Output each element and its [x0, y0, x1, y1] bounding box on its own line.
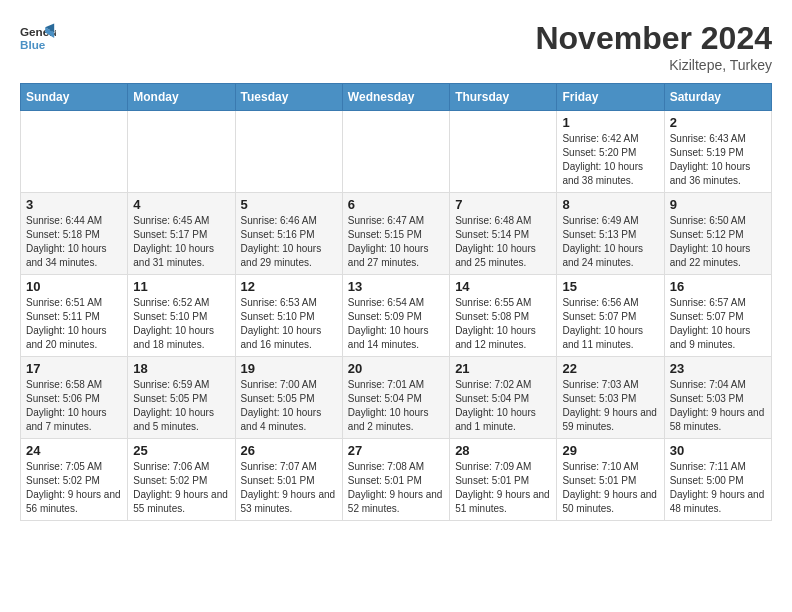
calendar-cell: [342, 111, 449, 193]
day-info: Sunrise: 7:04 AM Sunset: 5:03 PM Dayligh…: [670, 378, 766, 434]
day-info: Sunrise: 6:44 AM Sunset: 5:18 PM Dayligh…: [26, 214, 122, 270]
day-info: Sunrise: 6:43 AM Sunset: 5:19 PM Dayligh…: [670, 132, 766, 188]
calendar-cell: 2Sunrise: 6:43 AM Sunset: 5:19 PM Daylig…: [664, 111, 771, 193]
day-info: Sunrise: 6:47 AM Sunset: 5:15 PM Dayligh…: [348, 214, 444, 270]
day-info: Sunrise: 7:11 AM Sunset: 5:00 PM Dayligh…: [670, 460, 766, 516]
calendar-cell: 3Sunrise: 6:44 AM Sunset: 5:18 PM Daylig…: [21, 193, 128, 275]
day-info: Sunrise: 7:09 AM Sunset: 5:01 PM Dayligh…: [455, 460, 551, 516]
calendar-cell: 1Sunrise: 6:42 AM Sunset: 5:20 PM Daylig…: [557, 111, 664, 193]
day-number: 16: [670, 279, 766, 294]
day-header-thursday: Thursday: [450, 84, 557, 111]
calendar-cell: [128, 111, 235, 193]
calendar-cell: 7Sunrise: 6:48 AM Sunset: 5:14 PM Daylig…: [450, 193, 557, 275]
day-info: Sunrise: 6:51 AM Sunset: 5:11 PM Dayligh…: [26, 296, 122, 352]
day-info: Sunrise: 6:58 AM Sunset: 5:06 PM Dayligh…: [26, 378, 122, 434]
day-info: Sunrise: 6:56 AM Sunset: 5:07 PM Dayligh…: [562, 296, 658, 352]
month-title: November 2024: [535, 20, 772, 57]
calendar-cell: 4Sunrise: 6:45 AM Sunset: 5:17 PM Daylig…: [128, 193, 235, 275]
day-number: 21: [455, 361, 551, 376]
day-info: Sunrise: 6:57 AM Sunset: 5:07 PM Dayligh…: [670, 296, 766, 352]
calendar-cell: 24Sunrise: 7:05 AM Sunset: 5:02 PM Dayli…: [21, 439, 128, 521]
day-info: Sunrise: 7:00 AM Sunset: 5:05 PM Dayligh…: [241, 378, 337, 434]
day-number: 25: [133, 443, 229, 458]
day-info: Sunrise: 6:46 AM Sunset: 5:16 PM Dayligh…: [241, 214, 337, 270]
day-number: 10: [26, 279, 122, 294]
title-block: November 2024 Kiziltepe, Turkey: [535, 20, 772, 73]
calendar-cell: [235, 111, 342, 193]
logo: General Blue: [20, 20, 56, 56]
day-number: 18: [133, 361, 229, 376]
logo-icon: General Blue: [20, 20, 56, 56]
day-number: 24: [26, 443, 122, 458]
calendar-cell: 20Sunrise: 7:01 AM Sunset: 5:04 PM Dayli…: [342, 357, 449, 439]
day-number: 26: [241, 443, 337, 458]
day-number: 5: [241, 197, 337, 212]
calendar-cell: 11Sunrise: 6:52 AM Sunset: 5:10 PM Dayli…: [128, 275, 235, 357]
calendar-cell: 16Sunrise: 6:57 AM Sunset: 5:07 PM Dayli…: [664, 275, 771, 357]
calendar-cell: 28Sunrise: 7:09 AM Sunset: 5:01 PM Dayli…: [450, 439, 557, 521]
page-header: General Blue November 2024 Kiziltepe, Tu…: [20, 20, 772, 73]
day-info: Sunrise: 7:06 AM Sunset: 5:02 PM Dayligh…: [133, 460, 229, 516]
calendar-cell: 15Sunrise: 6:56 AM Sunset: 5:07 PM Dayli…: [557, 275, 664, 357]
day-info: Sunrise: 7:02 AM Sunset: 5:04 PM Dayligh…: [455, 378, 551, 434]
calendar-cell: 13Sunrise: 6:54 AM Sunset: 5:09 PM Dayli…: [342, 275, 449, 357]
day-number: 7: [455, 197, 551, 212]
calendar-cell: 19Sunrise: 7:00 AM Sunset: 5:05 PM Dayli…: [235, 357, 342, 439]
calendar-cell: [450, 111, 557, 193]
day-info: Sunrise: 6:53 AM Sunset: 5:10 PM Dayligh…: [241, 296, 337, 352]
calendar-cell: 14Sunrise: 6:55 AM Sunset: 5:08 PM Dayli…: [450, 275, 557, 357]
day-header-saturday: Saturday: [664, 84, 771, 111]
day-info: Sunrise: 6:50 AM Sunset: 5:12 PM Dayligh…: [670, 214, 766, 270]
day-info: Sunrise: 6:52 AM Sunset: 5:10 PM Dayligh…: [133, 296, 229, 352]
day-info: Sunrise: 6:54 AM Sunset: 5:09 PM Dayligh…: [348, 296, 444, 352]
calendar-cell: 29Sunrise: 7:10 AM Sunset: 5:01 PM Dayli…: [557, 439, 664, 521]
day-header-wednesday: Wednesday: [342, 84, 449, 111]
calendar-cell: 23Sunrise: 7:04 AM Sunset: 5:03 PM Dayli…: [664, 357, 771, 439]
day-info: Sunrise: 7:07 AM Sunset: 5:01 PM Dayligh…: [241, 460, 337, 516]
day-number: 28: [455, 443, 551, 458]
calendar-cell: 10Sunrise: 6:51 AM Sunset: 5:11 PM Dayli…: [21, 275, 128, 357]
calendar-cell: 8Sunrise: 6:49 AM Sunset: 5:13 PM Daylig…: [557, 193, 664, 275]
calendar-cell: [21, 111, 128, 193]
day-number: 13: [348, 279, 444, 294]
calendar-cell: 21Sunrise: 7:02 AM Sunset: 5:04 PM Dayli…: [450, 357, 557, 439]
calendar-week-2: 3Sunrise: 6:44 AM Sunset: 5:18 PM Daylig…: [21, 193, 772, 275]
day-info: Sunrise: 6:42 AM Sunset: 5:20 PM Dayligh…: [562, 132, 658, 188]
calendar-cell: 6Sunrise: 6:47 AM Sunset: 5:15 PM Daylig…: [342, 193, 449, 275]
day-number: 14: [455, 279, 551, 294]
calendar-cell: 9Sunrise: 6:50 AM Sunset: 5:12 PM Daylig…: [664, 193, 771, 275]
day-number: 15: [562, 279, 658, 294]
day-info: Sunrise: 7:05 AM Sunset: 5:02 PM Dayligh…: [26, 460, 122, 516]
calendar-week-4: 17Sunrise: 6:58 AM Sunset: 5:06 PM Dayli…: [21, 357, 772, 439]
day-number: 3: [26, 197, 122, 212]
day-info: Sunrise: 7:03 AM Sunset: 5:03 PM Dayligh…: [562, 378, 658, 434]
day-number: 19: [241, 361, 337, 376]
day-info: Sunrise: 6:55 AM Sunset: 5:08 PM Dayligh…: [455, 296, 551, 352]
day-number: 30: [670, 443, 766, 458]
calendar-cell: 17Sunrise: 6:58 AM Sunset: 5:06 PM Dayli…: [21, 357, 128, 439]
day-header-friday: Friday: [557, 84, 664, 111]
day-number: 23: [670, 361, 766, 376]
day-number: 12: [241, 279, 337, 294]
day-info: Sunrise: 7:10 AM Sunset: 5:01 PM Dayligh…: [562, 460, 658, 516]
day-info: Sunrise: 6:49 AM Sunset: 5:13 PM Dayligh…: [562, 214, 658, 270]
calendar-cell: 18Sunrise: 6:59 AM Sunset: 5:05 PM Dayli…: [128, 357, 235, 439]
calendar-header-row: SundayMondayTuesdayWednesdayThursdayFrid…: [21, 84, 772, 111]
day-number: 11: [133, 279, 229, 294]
day-number: 29: [562, 443, 658, 458]
day-header-tuesday: Tuesday: [235, 84, 342, 111]
day-number: 17: [26, 361, 122, 376]
day-info: Sunrise: 7:08 AM Sunset: 5:01 PM Dayligh…: [348, 460, 444, 516]
day-number: 4: [133, 197, 229, 212]
day-number: 27: [348, 443, 444, 458]
day-info: Sunrise: 6:59 AM Sunset: 5:05 PM Dayligh…: [133, 378, 229, 434]
calendar-cell: 27Sunrise: 7:08 AM Sunset: 5:01 PM Dayli…: [342, 439, 449, 521]
svg-text:Blue: Blue: [20, 38, 46, 51]
day-header-sunday: Sunday: [21, 84, 128, 111]
calendar-cell: 22Sunrise: 7:03 AM Sunset: 5:03 PM Dayli…: [557, 357, 664, 439]
day-info: Sunrise: 6:48 AM Sunset: 5:14 PM Dayligh…: [455, 214, 551, 270]
location: Kiziltepe, Turkey: [535, 57, 772, 73]
day-number: 20: [348, 361, 444, 376]
calendar-week-5: 24Sunrise: 7:05 AM Sunset: 5:02 PM Dayli…: [21, 439, 772, 521]
calendar-cell: 5Sunrise: 6:46 AM Sunset: 5:16 PM Daylig…: [235, 193, 342, 275]
